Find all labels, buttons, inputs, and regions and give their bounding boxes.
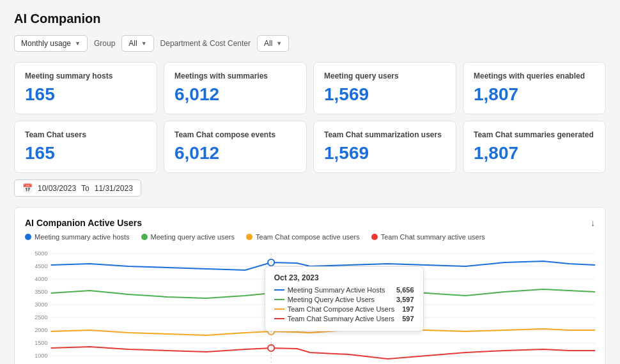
metric-label-meeting-query-users: Meeting query users <box>324 72 399 80</box>
dept-label: Department & Cost Center <box>160 39 251 48</box>
legend-dot-team-chat-summary-active-users <box>371 234 378 240</box>
metric-value-team-chat-summarization-users: 1,569 <box>324 143 369 163</box>
page-title: AI Companion <box>14 11 606 26</box>
metric-value-meeting-query-users: 1,569 <box>324 84 369 105</box>
metric-card-meeting-summary-hosts: Meeting summary hosts 165 <box>14 62 157 114</box>
metric-value-team-chat-users: 165 <box>25 143 55 163</box>
legend-label-meeting-summary-active-hosts: Meeting summary active hosts <box>35 233 130 241</box>
svg-text:5000: 5000 <box>35 250 47 257</box>
metric-label-team-chat-compose-events: Team Chat compose events <box>174 130 275 139</box>
dept-filter[interactable]: All ▼ <box>257 35 289 52</box>
svg-text:2500: 2500 <box>35 314 47 321</box>
svg-text:3000: 3000 <box>35 301 47 308</box>
svg-text:4000: 4000 <box>35 276 47 282</box>
legend-dot-meeting-query-active-users <box>141 234 148 240</box>
svg-text:3500: 3500 <box>35 289 47 295</box>
dept-filter-value: All <box>264 39 272 48</box>
tooltip-label: Meeting Query Active Users <box>274 296 375 303</box>
tooltip-date: Oct 23, 2023 <box>274 273 414 282</box>
group-filter[interactable]: All ▼ <box>121 35 153 52</box>
metric-value-team-chat-summaries-generated: 1,807 <box>474 143 518 163</box>
tooltip-item-value: 3,597 <box>396 296 414 303</box>
legend-dot-meeting-summary-active-hosts <box>25 234 31 240</box>
dept-filter-arrow: ▼ <box>276 40 282 47</box>
chart-legend: Meeting summary active hosts Meeting que… <box>25 233 595 241</box>
legend-label-team-chat-compose-active-users: Team Chat compose active users <box>256 233 360 241</box>
usage-filter-label: Monthly usage <box>21 39 71 48</box>
metric-label-team-chat-summaries-generated: Team Chat summaries generated <box>474 130 594 139</box>
group-label: Group <box>94 39 115 48</box>
metric-value-meeting-summary-hosts: 165 <box>25 84 55 105</box>
tooltip-line-color <box>274 289 284 291</box>
tooltip-line-color <box>274 308 284 310</box>
metric-card-meetings-with-summaries: Meetings with summaries 6,012 <box>164 62 307 114</box>
calendar-icon: 📅 <box>22 183 33 193</box>
page-container: AI Companion Monthly usage ▼ Group All ▼… <box>0 0 620 364</box>
chart-header: AI Companion Active Users ↓ <box>25 218 595 228</box>
filter-bar: Monthly usage ▼ Group All ▼ Department &… <box>14 35 606 52</box>
metric-card-team-chat-summaries-generated: Team Chat summaries generated 1,807 <box>463 121 606 173</box>
tooltip-row: Meeting Query Active Users 3,597 <box>274 296 414 303</box>
metric-value-meetings-with-summaries: 6,012 <box>174 84 219 105</box>
metric-card-meeting-query-users: Meeting query users 1,569 <box>313 62 456 114</box>
svg-text:1500: 1500 <box>35 340 47 346</box>
metric-label-meeting-summary-hosts: Meeting summary hosts <box>25 72 112 80</box>
legend-item-team-chat-compose-active-users: Team Chat compose active users <box>246 233 360 241</box>
metric-card-team-chat-compose-events: Team Chat compose events 6,012 <box>164 121 307 173</box>
metric-value-meetings-with-queries-enabled: 1,807 <box>474 84 518 105</box>
metric-label-team-chat-users: Team Chat users <box>25 130 86 139</box>
legend-item-team-chat-summary-active-users: Team Chat summary active users <box>371 233 485 241</box>
tooltip-item-label: Meeting Query Active Users <box>288 296 375 303</box>
chart-container: AI Companion Active Users ↓ Meeting summ… <box>14 207 606 364</box>
metric-card-meetings-with-queries-enabled: Meetings with queries enabled 1,807 <box>463 62 606 114</box>
tooltip-row: Team Chat Summary Active Users 597 <box>274 315 414 322</box>
tooltip-row: Meeting Summary Active Hosts 5,656 <box>274 286 414 294</box>
tooltip-item-label: Team Chat Summary Active Users <box>288 315 395 322</box>
legend-dot-team-chat-compose-active-users <box>246 234 252 240</box>
group-filter-value: All <box>128 39 137 48</box>
tooltip-label: Team Chat Summary Active Users <box>274 315 395 322</box>
tooltip-line-color <box>274 318 284 319</box>
metric-card-team-chat-summarization-users: Team Chat summarization users 1,569 <box>313 121 456 173</box>
legend-label-meeting-query-active-users: Meeting query active users <box>151 233 235 241</box>
tooltip-item-label: Team Chat Compose Active Users <box>288 305 395 313</box>
svg-text:4500: 4500 <box>35 263 47 269</box>
tooltip-label: Team Chat Compose Active Users <box>274 305 395 313</box>
svg-text:1000: 1000 <box>35 353 47 359</box>
tooltip-label: Meeting Summary Active Hosts <box>274 286 385 294</box>
usage-filter[interactable]: Monthly usage ▼ <box>14 35 88 52</box>
chart-tooltip: Oct 23, 2023 Meeting Summary Active Host… <box>265 266 424 331</box>
metrics-row-1: Meeting summary hosts 165 Meetings with … <box>14 62 606 114</box>
tooltip-item-label: Meeting Summary Active Hosts <box>288 286 385 294</box>
tooltip-item-value: 5,656 <box>396 286 414 294</box>
metric-label-meetings-with-summaries: Meetings with summaries <box>174 72 268 80</box>
metric-value-team-chat-compose-events: 6,012 <box>174 143 219 163</box>
tooltip-item-value: 597 <box>402 315 414 322</box>
svg-text:2000: 2000 <box>35 327 47 333</box>
group-filter-arrow: ▼ <box>141 40 147 47</box>
chart-title: AI Companion Active Users <box>25 218 142 228</box>
legend-item-meeting-summary-active-hosts: Meeting summary active hosts <box>25 233 130 241</box>
date-range-picker[interactable]: 📅 10/03/2023 To 11/31/2023 <box>14 179 141 197</box>
tooltip-line-color <box>274 299 284 300</box>
legend-item-meeting-query-active-users: Meeting query active users <box>141 233 235 241</box>
legend-label-team-chat-summary-active-users: Team Chat summary active users <box>381 233 485 241</box>
metric-label-team-chat-summarization-users: Team Chat summarization users <box>324 130 442 139</box>
chart-area: 5000 4500 4000 3500 3000 2500 2000 1500 … <box>25 247 595 364</box>
download-icon[interactable]: ↓ <box>591 218 595 228</box>
tooltip-row: Team Chat Compose Active Users 197 <box>274 305 414 313</box>
tooltip-item-value: 197 <box>402 305 414 313</box>
metric-label-meetings-with-queries-enabled: Meetings with queries enabled <box>474 72 585 80</box>
date-from: 10/03/2023 <box>38 184 76 193</box>
date-to: 11/31/2023 <box>95 184 133 193</box>
metric-card-team-chat-users: Team Chat users 165 <box>14 121 157 173</box>
metrics-row-2: Team Chat users 165 Team Chat compose ev… <box>14 121 606 173</box>
usage-filter-arrow: ▼ <box>75 40 81 47</box>
date-separator: To <box>81 184 89 193</box>
